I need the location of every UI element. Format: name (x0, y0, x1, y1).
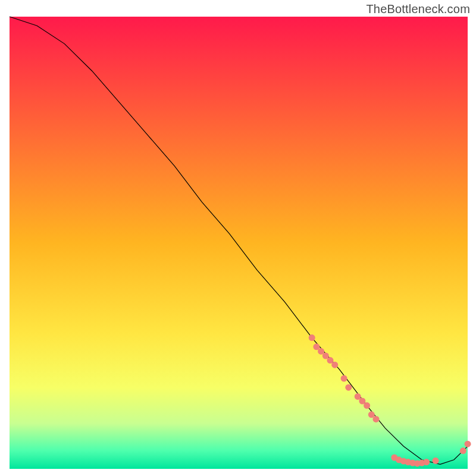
cluster-upper-slope-dot (331, 362, 338, 368)
cluster-tail-up-dot (460, 447, 466, 454)
cluster-upper-slope-dot (373, 416, 380, 422)
cluster-tail-up-dot (465, 441, 471, 447)
cluster-upper-slope-dot (364, 402, 370, 409)
cluster-upper-slope-dot (309, 334, 315, 341)
cluster-bottom-flat-dot (433, 458, 439, 464)
cluster-upper-slope-dot (345, 384, 352, 391)
bottleneck-chart (0, 0, 476, 476)
cluster-bottom-flat-dot (423, 459, 430, 465)
cluster-upper-slope-dot (341, 375, 347, 382)
watermark-text: TheBottleneck.com (366, 2, 470, 16)
gradient-background (10, 17, 468, 469)
